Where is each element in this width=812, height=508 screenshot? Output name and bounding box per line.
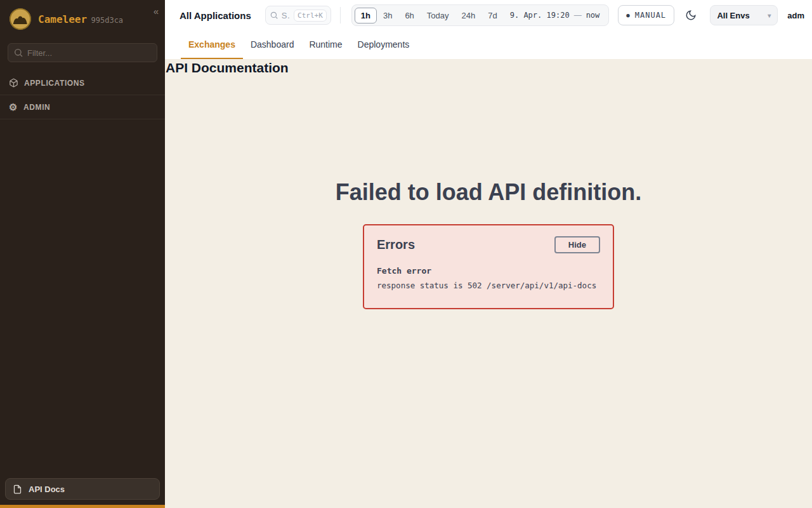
search-icon <box>270 11 278 20</box>
environment-select-value: All Envs <box>717 11 749 20</box>
time-range-7d[interactable]: 7d <box>481 8 503 23</box>
main-content: API Documentation Failed to load API def… <box>165 59 812 508</box>
time-range-3h[interactable]: 3h <box>377 8 398 23</box>
time-range-6h[interactable]: 6h <box>398 8 420 23</box>
search-shortcut-badge: Ctrl+K <box>294 10 327 22</box>
time-range-24h[interactable]: 24h <box>455 8 482 23</box>
theme-toggle-button[interactable] <box>682 6 700 25</box>
sidebar-filter <box>8 43 157 62</box>
sidebar-bottom: API Docs <box>0 473 165 505</box>
document-icon <box>13 485 22 494</box>
header-divider <box>340 7 341 23</box>
brand[interactable]: Cameleer 995d3ca « <box>0 0 165 37</box>
manual-refresh-button[interactable]: ● MANUAL <box>618 5 674 25</box>
error-detail: response status is 502 /server/api/v1/ap… <box>377 281 600 290</box>
brand-name: Cameleer <box>38 13 87 25</box>
package-icon <box>9 78 18 88</box>
sidebar: Cameleer 995d3ca « APPLICATIONS ⚙ ADMIN <box>0 0 165 508</box>
sidebar-item-admin[interactable]: ⚙ ADMIN <box>0 95 165 119</box>
user-menu[interactable]: adm <box>787 11 804 20</box>
sidebar-spacer <box>0 119 165 473</box>
time-separator: — <box>574 11 582 20</box>
tab-dashboard[interactable]: Dashboard <box>243 30 302 59</box>
error-name: Fetch error <box>377 266 600 276</box>
time-to: now <box>586 11 600 20</box>
time-range-1h[interactable]: 1h <box>355 8 377 23</box>
environment-select[interactable]: All Envs ▾ <box>710 5 778 25</box>
hide-errors-button[interactable]: Hide <box>554 236 600 253</box>
sidebar-collapse-button[interactable]: « <box>154 6 159 16</box>
sidebar-item-label: ADMIN <box>23 103 50 112</box>
search-icon <box>13 48 23 58</box>
tab-runtime[interactable]: Runtime <box>301 30 350 59</box>
manual-status-dot: ● <box>626 12 630 18</box>
time-range-group: 1h 3h 6h Today 24h 7d 9. Apr. 19:20 — no… <box>351 4 610 26</box>
errors-panel: Errors Hide Fetch error response status … <box>363 224 614 309</box>
errors-panel-title: Errors <box>377 237 415 252</box>
brand-suffix: 995d3ca <box>91 16 124 25</box>
sidebar-item-api-docs[interactable]: API Docs <box>5 478 160 500</box>
sidebar-item-label: API Docs <box>29 485 65 494</box>
chevron-down-icon: ▾ <box>768 12 771 19</box>
global-search[interactable]: S… Ctrl+K <box>265 6 331 25</box>
app-header: All Applications S… Ctrl+K 1h 3h 6h Toda… <box>165 0 812 30</box>
moon-icon <box>685 10 697 21</box>
errors-panel-header: Errors Hide <box>377 236 600 253</box>
sidebar-item-label: APPLICATIONS <box>24 79 85 88</box>
filter-input[interactable] <box>8 43 157 62</box>
sidebar-accent-bar <box>0 505 165 508</box>
tab-deployments[interactable]: Deployments <box>350 30 417 59</box>
time-range-display[interactable]: 9. Apr. 19:20 — now <box>504 11 606 20</box>
search-placeholder-text: S… <box>282 11 291 20</box>
cameleer-logo-icon <box>9 8 32 30</box>
tab-bar: Exchanges Dashboard Runtime Deployments <box>165 30 812 59</box>
time-from: 9. Apr. 19:20 <box>510 11 570 20</box>
page-title: API Documentation <box>166 60 812 76</box>
page-context-title: All Applications <box>180 10 251 21</box>
tab-exchanges[interactable]: Exchanges <box>181 30 243 59</box>
sidebar-item-applications[interactable]: APPLICATIONS <box>0 71 165 95</box>
gear-icon: ⚙ <box>9 102 18 112</box>
error-headline: Failed to load API definition. <box>165 179 812 206</box>
time-range-today[interactable]: Today <box>421 8 455 23</box>
manual-label: MANUAL <box>635 11 666 20</box>
